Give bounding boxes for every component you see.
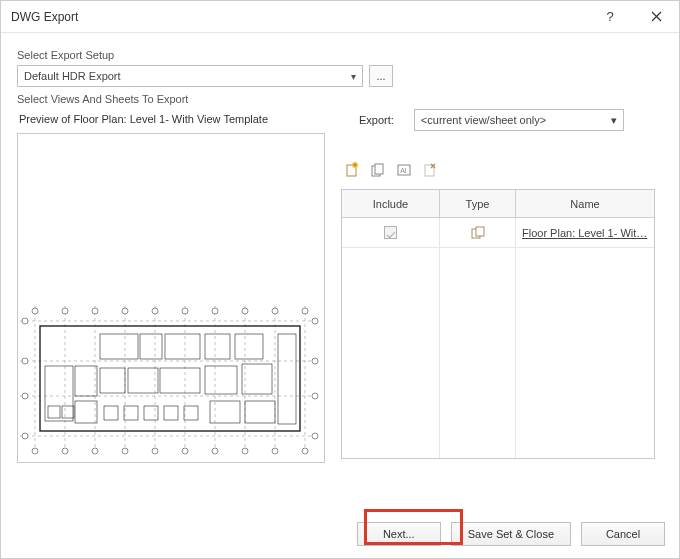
export-setup-label: Select Export Setup — [17, 49, 667, 61]
svg-point-41 — [312, 433, 318, 439]
svg-rect-45 — [75, 401, 97, 423]
svg-rect-52 — [128, 368, 158, 393]
grid-empty-area — [342, 248, 654, 458]
svg-rect-60 — [144, 406, 158, 420]
svg-point-27 — [122, 448, 128, 454]
grid-toolbar: AI — [341, 159, 663, 181]
svg-rect-59 — [124, 406, 138, 420]
svg-point-22 — [272, 308, 278, 314]
export-scope-label: Export: — [359, 114, 394, 126]
cancel-button[interactable]: Cancel — [581, 522, 665, 546]
svg-rect-46 — [100, 334, 138, 359]
svg-point-14 — [32, 308, 38, 314]
svg-point-31 — [242, 448, 248, 454]
svg-point-40 — [312, 393, 318, 399]
svg-point-35 — [22, 358, 28, 364]
svg-rect-65 — [278, 334, 296, 424]
svg-point-39 — [312, 358, 318, 364]
col-header-type[interactable]: Type — [440, 190, 516, 218]
svg-point-34 — [22, 318, 28, 324]
window-title: DWG Export — [11, 10, 78, 24]
ellipsis-icon: ... — [376, 70, 385, 82]
delete-set-icon[interactable] — [421, 161, 439, 179]
svg-rect-69 — [375, 164, 383, 174]
svg-point-15 — [62, 308, 68, 314]
next-button[interactable]: Next... — [357, 522, 441, 546]
close-icon — [651, 11, 662, 22]
export-setup-value: Default HDR Export — [24, 70, 121, 82]
new-set-icon[interactable] — [343, 161, 361, 179]
svg-point-33 — [302, 448, 308, 454]
svg-rect-64 — [245, 401, 275, 423]
svg-rect-51 — [100, 368, 125, 393]
svg-point-23 — [302, 308, 308, 314]
preview-box — [17, 133, 325, 463]
svg-rect-53 — [160, 368, 200, 393]
name-cell[interactable]: Floor Plan: Level 1- Wit… — [516, 218, 654, 248]
titlebar: DWG Export ? — [1, 1, 679, 33]
svg-rect-62 — [184, 406, 198, 420]
rename-set-icon[interactable]: AI — [395, 161, 413, 179]
svg-point-26 — [92, 448, 98, 454]
export-scope-select[interactable]: <current view/sheet only> ▾ — [414, 109, 624, 131]
svg-point-37 — [22, 433, 28, 439]
svg-rect-57 — [62, 406, 74, 418]
svg-rect-54 — [205, 366, 237, 394]
svg-point-19 — [182, 308, 188, 314]
chevron-down-icon: ▾ — [611, 114, 617, 127]
type-cell — [440, 218, 516, 248]
svg-rect-48 — [165, 334, 200, 359]
views-group-label: Select Views And Sheets To Export — [17, 93, 667, 105]
svg-point-24 — [32, 448, 38, 454]
svg-rect-56 — [48, 406, 60, 418]
preview-label: Preview of Floor Plan: Level 1- With Vie… — [19, 113, 333, 125]
svg-point-30 — [212, 448, 218, 454]
svg-rect-47 — [140, 334, 162, 359]
duplicate-set-icon[interactable] — [369, 161, 387, 179]
dialog-footer: Next... Save Set & Close Cancel — [357, 522, 665, 546]
include-checkbox[interactable] — [384, 226, 397, 239]
chevron-down-icon: ▾ — [351, 71, 356, 82]
include-cell[interactable] — [342, 218, 440, 248]
svg-point-36 — [22, 393, 28, 399]
save-set-close-button[interactable]: Save Set & Close — [451, 522, 571, 546]
svg-point-16 — [92, 308, 98, 314]
svg-rect-63 — [210, 401, 240, 423]
svg-rect-43 — [45, 366, 73, 421]
close-button[interactable] — [633, 1, 679, 32]
svg-point-25 — [62, 448, 68, 454]
svg-point-18 — [152, 308, 158, 314]
svg-point-28 — [152, 448, 158, 454]
svg-rect-55 — [242, 364, 272, 394]
svg-point-17 — [122, 308, 128, 314]
svg-rect-74 — [476, 227, 484, 236]
floorplan-type-icon — [470, 226, 486, 240]
svg-rect-61 — [164, 406, 178, 420]
svg-rect-58 — [104, 406, 118, 420]
svg-point-32 — [272, 448, 278, 454]
svg-rect-49 — [205, 334, 230, 359]
svg-rect-44 — [75, 366, 97, 396]
help-button[interactable]: ? — [587, 1, 633, 32]
svg-point-21 — [242, 308, 248, 314]
table-row[interactable]: Floor Plan: Level 1- Wit… — [342, 218, 654, 248]
export-setup-select[interactable]: Default HDR Export ▾ — [17, 65, 363, 87]
titlebar-controls: ? — [587, 1, 679, 32]
views-grid: Include Type Name Floor Plan: Level 1- W… — [341, 189, 655, 459]
svg-point-38 — [312, 318, 318, 324]
svg-point-29 — [182, 448, 188, 454]
svg-rect-42 — [40, 326, 300, 431]
export-scope-value: <current view/sheet only> — [421, 114, 546, 126]
svg-point-20 — [212, 308, 218, 314]
col-header-include[interactable]: Include — [342, 190, 440, 218]
export-setup-edit-button[interactable]: ... — [369, 65, 393, 87]
svg-text:AI: AI — [400, 167, 407, 174]
svg-rect-50 — [235, 334, 263, 359]
col-header-name[interactable]: Name — [516, 190, 654, 218]
floorplan-preview — [20, 306, 320, 456]
